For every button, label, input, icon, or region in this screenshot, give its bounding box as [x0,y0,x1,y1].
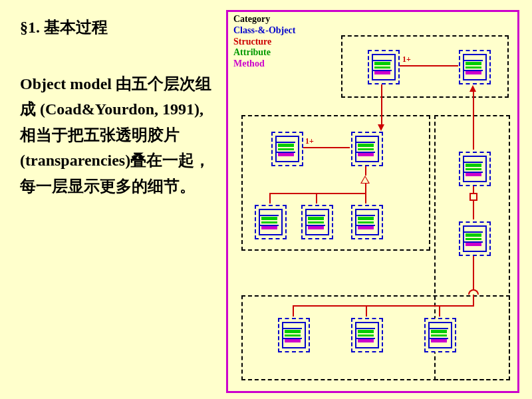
structure-line [473,91,474,150]
class-object [368,50,397,82]
class-object [301,205,331,237]
structure-line [400,65,458,66]
structure-line [473,186,474,193]
arrow-up-icon [469,85,476,92]
legend: Category Class-&-Object Structure Attrib… [233,14,295,70]
body-paragraph: Object model 由五个层次组成 (Coad&Yourdon, 1991… [20,71,213,199]
structure-line [381,84,382,126]
class-object [351,205,380,237]
structure-line [293,305,474,307]
class-object [459,221,488,253]
class-object [278,318,307,350]
class-object [459,50,488,82]
structure-line [439,305,440,317]
legend-structure: Structure [233,37,295,48]
class-object [351,132,380,164]
gen-spec-icon [360,176,370,184]
structure-line [366,305,367,317]
multiplicity-label: 1+ [402,55,411,65]
legend-attribute: Attribute [233,47,295,59]
class-object [351,318,380,350]
structure-line [269,193,366,194]
structure-line [365,166,366,176]
legend-category: Category [233,14,295,25]
multiplicity-label: 1+ [305,136,314,146]
legend-method: Method [233,59,295,70]
structure-line [473,201,474,219]
legend-class: Class-&-Object [233,25,295,37]
class-object [271,132,301,164]
class-object [459,152,488,184]
structure-line [316,193,317,203]
structure-line [365,193,366,203]
structure-line [269,193,271,203]
section-heading: §1. 基本过程 [20,17,213,38]
structure-line [293,305,294,317]
structure-line [303,147,350,148]
arrow-down-icon [378,124,384,131]
whole-part-icon [469,193,477,201]
structure-line [365,184,366,193]
diagram: Category Class-&-Object Structure Attrib… [226,10,519,393]
class-object [424,318,454,350]
structure-line [473,256,474,289]
class-object [255,205,284,237]
